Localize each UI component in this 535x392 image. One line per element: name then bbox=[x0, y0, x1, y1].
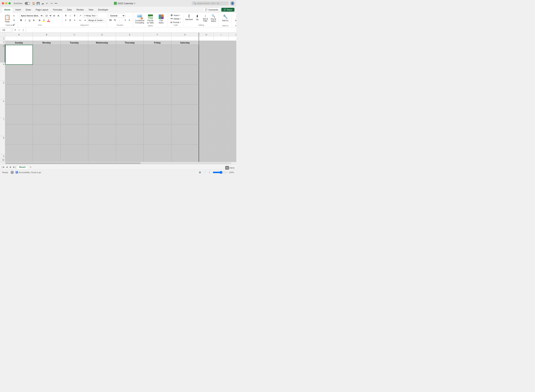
format-as-table-button[interactable]: Formatas Table bbox=[145, 14, 155, 25]
paste-button[interactable]: 📋 Paste bbox=[3, 14, 12, 23]
share-button[interactable]: 🔗 Share bbox=[221, 8, 234, 12]
font-family-select[interactable]: Aptos Narrow (Bod... bbox=[19, 14, 43, 18]
cell-A4[interactable] bbox=[5, 65, 33, 85]
align-left-button[interactable]: ≡ bbox=[64, 18, 68, 22]
cell-C1[interactable] bbox=[61, 37, 88, 41]
cell-A5[interactable] bbox=[5, 85, 33, 105]
cell-C6[interactable] bbox=[61, 105, 88, 125]
italic-button[interactable]: I bbox=[24, 19, 27, 22]
formula-input[interactable] bbox=[27, 28, 236, 32]
confirm-formula-button[interactable]: ✓ bbox=[18, 28, 21, 32]
wrap-text-button[interactable]: ⏎ Wrap Text ▾ bbox=[83, 14, 98, 18]
sheet-nav-prev[interactable]: ◄ bbox=[5, 165, 9, 169]
cell-J1[interactable] bbox=[229, 37, 236, 41]
comma-button[interactable]: , bbox=[117, 18, 121, 22]
add-ins-button[interactable]: 🔧 Add-ins bbox=[220, 14, 230, 25]
decimal-increase-button[interactable]: .0 bbox=[123, 18, 127, 22]
cell-D6[interactable] bbox=[88, 105, 116, 125]
cell-I3[interactable] bbox=[214, 45, 229, 65]
cell-I7[interactable] bbox=[214, 125, 229, 144]
cell-J6[interactable] bbox=[229, 105, 236, 125]
cell-J8[interactable] bbox=[229, 144, 236, 162]
cell-C5[interactable] bbox=[61, 85, 88, 105]
cell-D4[interactable] bbox=[88, 65, 116, 85]
cell-J4[interactable] bbox=[229, 65, 236, 85]
align-top-button[interactable]: ⬆ bbox=[64, 14, 68, 17]
cell-F7[interactable] bbox=[144, 125, 171, 144]
bold-button[interactable]: B bbox=[19, 19, 23, 22]
cell-D3[interactable] bbox=[88, 45, 116, 65]
cell-G5[interactable] bbox=[171, 85, 199, 105]
cell-I8[interactable] bbox=[214, 144, 229, 162]
copy-button[interactable]: ⎘ bbox=[12, 18, 16, 22]
tab-home[interactable]: Home bbox=[2, 7, 13, 12]
cell-F6[interactable] bbox=[144, 105, 171, 125]
align-middle-button[interactable]: ↕ bbox=[68, 14, 72, 17]
cell-G3[interactable] bbox=[171, 45, 199, 65]
tab-view[interactable]: View bbox=[86, 7, 96, 12]
underline-button[interactable]: U bbox=[28, 19, 31, 22]
cell-E8[interactable] bbox=[116, 144, 144, 162]
cell-G7[interactable] bbox=[171, 125, 199, 144]
increase-font-size-button[interactable]: A↑ bbox=[53, 14, 56, 18]
undo-icon[interactable]: ↩ bbox=[45, 2, 49, 5]
orientation-button[interactable]: ↗ bbox=[78, 14, 82, 17]
cell-H5[interactable] bbox=[199, 85, 214, 105]
cell-A3[interactable] bbox=[5, 45, 33, 65]
zoom-slider[interactable] bbox=[213, 171, 227, 174]
cell-C2[interactable]: Tuesday bbox=[61, 41, 88, 45]
cell-C8[interactable] bbox=[61, 144, 88, 162]
cell-C4[interactable] bbox=[61, 65, 88, 85]
sheet-nav-last[interactable]: ►| bbox=[13, 165, 16, 169]
font-size-select[interactable]: 12 bbox=[44, 14, 52, 18]
indent-increase-button[interactable]: ⇥ bbox=[83, 18, 87, 22]
cell-J7[interactable] bbox=[229, 125, 236, 144]
cell-H1[interactable] bbox=[199, 37, 214, 41]
sheet-nav-first[interactable]: |◄ bbox=[1, 165, 5, 169]
cell-B4[interactable] bbox=[33, 65, 61, 85]
save-icon[interactable]: 💾 bbox=[37, 2, 40, 5]
cell-D7[interactable] bbox=[88, 125, 116, 144]
tab-formulas[interactable]: Formulas bbox=[51, 7, 64, 12]
cell-G1[interactable] bbox=[171, 37, 199, 41]
cell-I5[interactable] bbox=[214, 85, 229, 105]
tab-developer[interactable]: Developer bbox=[96, 7, 110, 12]
cell-E7[interactable] bbox=[116, 125, 144, 144]
fill-color-button[interactable]: A bbox=[42, 18, 46, 22]
auto-sum-button[interactable]: Σ AutoSum bbox=[185, 14, 193, 21]
cell-A6[interactable] bbox=[5, 105, 33, 125]
view-page-button[interactable]: 📄 bbox=[203, 171, 206, 174]
conditional-formatting-button[interactable]: ! ConditionalFormatting bbox=[135, 14, 145, 25]
cell-H2[interactable] bbox=[199, 41, 214, 45]
sheet-tab-sheet1[interactable]: Sheet1 bbox=[17, 165, 28, 169]
cell-H4[interactable] bbox=[199, 65, 214, 85]
add-sheet-button[interactable]: + bbox=[29, 165, 33, 169]
cell-E1[interactable] bbox=[116, 37, 144, 41]
delete-cells-button[interactable]: ➖ Delete ▾ bbox=[169, 17, 182, 20]
cell-A8[interactable] bbox=[5, 144, 33, 162]
view-normal-button[interactable]: ⊞ bbox=[198, 171, 202, 174]
sheet-nav-next[interactable]: ► bbox=[9, 165, 12, 169]
search-bar[interactable]: 🔍 Search (Cmd + Ctrl + U) bbox=[192, 1, 229, 5]
tab-draw[interactable]: Draw bbox=[24, 7, 33, 12]
indent-decrease-button[interactable]: ⇤ bbox=[78, 18, 82, 22]
cell-D5[interactable] bbox=[88, 85, 116, 105]
cell-H7[interactable] bbox=[199, 125, 214, 144]
cell-J2[interactable] bbox=[229, 41, 236, 45]
strikethrough-button[interactable]: S bbox=[32, 19, 36, 22]
cell-B8[interactable] bbox=[33, 144, 61, 162]
cell-I6[interactable] bbox=[214, 105, 229, 125]
font-color-button[interactable]: A bbox=[47, 18, 51, 22]
align-bottom-button[interactable]: ⬇ bbox=[72, 14, 76, 17]
dollar-button[interactable]: $▾ bbox=[109, 18, 113, 22]
cell-H8[interactable] bbox=[199, 144, 214, 162]
cell-I4[interactable] bbox=[214, 65, 229, 85]
merge-center-button[interactable]: Merge & Center ▾ bbox=[87, 18, 105, 22]
home-icon[interactable]: 🏠 bbox=[32, 2, 35, 5]
cell-H6[interactable] bbox=[199, 105, 214, 125]
cell-I2[interactable] bbox=[214, 41, 229, 45]
cell-F1[interactable] bbox=[144, 37, 171, 41]
scrollbar-thumb[interactable] bbox=[5, 163, 141, 164]
horizontal-scrollbar[interactable] bbox=[0, 162, 236, 164]
cell-B3[interactable] bbox=[33, 45, 61, 65]
